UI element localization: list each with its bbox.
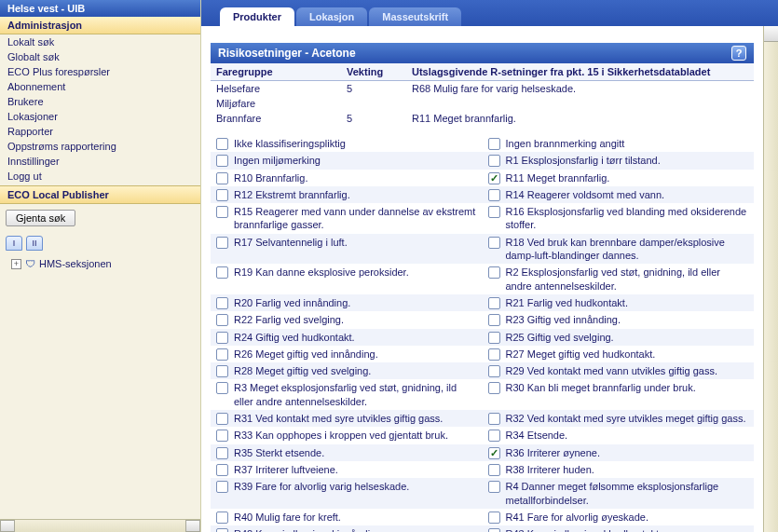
panel-title: Risikosetninger - Acetone: [218, 47, 356, 60]
nav-item-eco-plus[interactable]: ECO Plus forespørsler: [0, 64, 200, 79]
check-row: R26 Meget giftig ved innånding.R27 Meget…: [211, 346, 754, 362]
checkbox[interactable]: [488, 348, 500, 361]
checkbox[interactable]: [216, 237, 228, 249]
checkbox-label: R32 Ved kontakt med syre utvikles meget …: [506, 412, 746, 425]
check-cell: R42 Kan gi allergi ved innånding.: [211, 525, 483, 532]
checkbox-label: Ingen miljømerking: [234, 154, 321, 167]
pager-tab-1[interactable]: I: [6, 236, 22, 251]
check-cell: R37 Irriterer luftveiene.: [211, 461, 483, 478]
check-row: R19 Kan danne eksplosive peroksider.R2 E…: [211, 264, 754, 294]
checkbox[interactable]: [216, 189, 228, 201]
checkbox[interactable]: [216, 464, 228, 476]
checkbox[interactable]: [488, 413, 500, 425]
checkbox[interactable]: [216, 481, 228, 493]
checkbox-label: R26 Meget giftig ved innånding.: [234, 348, 378, 361]
checkbox[interactable]: [488, 528, 500, 532]
checkbox[interactable]: [488, 512, 500, 524]
checkbox[interactable]: [488, 382, 500, 394]
nav-item-oppstroms[interactable]: Oppstrøms rapportering: [0, 139, 200, 154]
checkbox-label: R19 Kan danne eksplosive peroksider.: [234, 266, 409, 279]
content-vertical-scrollbar[interactable]: [763, 26, 778, 532]
checkbox[interactable]: [216, 206, 228, 218]
tab-masseutskrift[interactable]: Masseutskrift: [369, 7, 461, 26]
sidebar-horizontal-scrollbar[interactable]: [0, 519, 200, 532]
check-cell: R18 Ved bruk kan brennbare damper/eksplo…: [483, 234, 755, 265]
checkbox-label: R27 Meget giftig ved hudkontakt.: [506, 348, 656, 361]
help-icon[interactable]: ?: [731, 46, 746, 61]
nav-item-logg-ut[interactable]: Logg ut: [0, 169, 200, 184]
expand-icon[interactable]: +: [11, 259, 21, 269]
main: Produkter Lokasjon Masseutskrift Risikos…: [201, 0, 778, 532]
checkbox[interactable]: [216, 413, 228, 425]
checkbox[interactable]: [488, 172, 500, 184]
nav-item-globalt-sok[interactable]: Globalt søk: [0, 49, 200, 64]
checkbox[interactable]: [488, 297, 500, 309]
checkbox[interactable]: [488, 365, 500, 377]
checkbox[interactable]: [488, 430, 500, 442]
checkbox[interactable]: [216, 365, 228, 377]
checkbox[interactable]: [488, 481, 500, 493]
checkbox[interactable]: [488, 447, 500, 459]
checkbox[interactable]: [216, 447, 228, 459]
check-row: R15 Reagerer med vann under dannelse av …: [211, 203, 754, 234]
checkbox[interactable]: [216, 155, 228, 167]
checkbox[interactable]: [488, 332, 500, 344]
checkbox-label: R36 Irriterer øynene.: [506, 446, 600, 459]
tree-node-hms[interactable]: + 🛡 HMS-seksjonen: [6, 256, 195, 271]
check-cell: R2 Eksplosjonsfarlig ved støt, gnidning,…: [483, 264, 755, 294]
check-cell: R20 Farlig ved innånding.: [211, 294, 483, 311]
checkbox-label: R17 Selvantennelig i luft.: [234, 236, 348, 249]
tab-produkter[interactable]: Produkter: [220, 7, 294, 26]
checkbox[interactable]: [216, 528, 228, 532]
check-row: R33 Kan opphopes i kroppen ved gjentatt …: [211, 427, 754, 443]
checkbox[interactable]: [216, 430, 228, 442]
checkbox-label: R25 Giftig ved svelging.: [506, 331, 614, 344]
checkbox-grid: Ikke klassifiseringspliktigIngen brannme…: [211, 135, 754, 532]
checkbox[interactable]: [488, 464, 500, 476]
checkbox[interactable]: [488, 155, 500, 167]
checkbox[interactable]: [216, 512, 228, 524]
nav-item-rapporter[interactable]: Rapporter: [0, 124, 200, 139]
nav-item-lokasjoner[interactable]: Lokasjoner: [0, 109, 200, 124]
section-header-admin: Administrasjon: [0, 17, 200, 34]
checkbox-label: R18 Ved bruk kan brennbare damper/eksplo…: [506, 236, 749, 263]
checkbox[interactable]: [216, 314, 228, 326]
checkbox-label: R16 Eksplosjonsfarlig ved blanding med o…: [506, 205, 749, 232]
repeat-search-button[interactable]: Gjenta søk: [6, 210, 75, 226]
checkbox[interactable]: [216, 332, 228, 344]
checkbox[interactable]: [488, 237, 500, 249]
check-cell: R27 Meget giftig ved hudkontakt.: [483, 346, 755, 362]
checkbox-label: R39 Fare for alvorlig varig helseskade.: [234, 480, 409, 493]
check-row: R20 Farlig ved innånding.R21 Farlig ved …: [211, 294, 754, 311]
check-cell: R34 Etsende.: [483, 427, 755, 443]
check-cell: R17 Selvantennelig i luft.: [211, 234, 483, 265]
checkbox[interactable]: [216, 297, 228, 309]
checkbox[interactable]: [488, 314, 500, 326]
tab-lokasjon[interactable]: Lokasjon: [296, 7, 367, 26]
table-row: Miljøfare: [211, 96, 754, 111]
checkbox-label: R28 Meget giftig ved svelging.: [234, 364, 371, 377]
checkbox[interactable]: [488, 206, 500, 218]
nav-item-innstillinger[interactable]: Innstillinger: [0, 154, 200, 169]
checkbox[interactable]: [216, 138, 228, 150]
checkbox[interactable]: [216, 348, 228, 361]
table-row: Brannfare5R11 Meget brannfarlig.: [211, 111, 754, 126]
checkbox[interactable]: [216, 266, 228, 279]
checkbox[interactable]: [488, 189, 500, 201]
nav-item-brukere[interactable]: Brukere: [0, 94, 200, 109]
check-cell: Ikke klassifiseringspliktig: [211, 135, 483, 152]
check-cell: R21 Farlig ved hudkontakt.: [483, 294, 755, 311]
content: Risikosetninger - Acetone ? Faregruppe V…: [201, 26, 778, 532]
nav-item-lokalt-sok[interactable]: Lokalt søk: [0, 34, 200, 49]
checkbox[interactable]: [216, 172, 228, 184]
faregruppe-table: Faregruppe Vekting Utslagsgivende R-setn…: [211, 63, 754, 126]
checkbox[interactable]: [216, 382, 228, 394]
checkbox[interactable]: [488, 266, 500, 279]
checkbox-label: R20 Farlig ved innånding.: [234, 296, 350, 309]
pager-tab-2[interactable]: II: [26, 236, 43, 251]
checkbox-label: R30 Kan bli meget brannfarlig under bruk…: [506, 381, 696, 394]
tabstrip: Produkter Lokasjon Masseutskrift: [201, 0, 778, 26]
checkbox[interactable]: [488, 138, 500, 150]
check-row: R10 Brannfarlig.R11 Meget brannfarlig.: [211, 170, 754, 186]
nav-item-abonnement[interactable]: Abonnement: [0, 79, 200, 94]
